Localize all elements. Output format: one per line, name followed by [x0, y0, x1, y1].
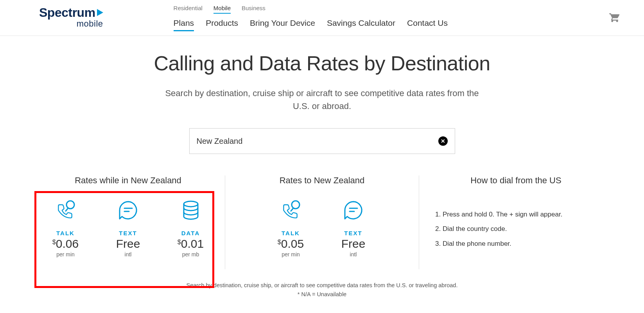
- cart-button[interactable]: [609, 11, 621, 25]
- col2-items: TALK $ 0.05 per min TEXT Free intl: [237, 199, 407, 258]
- rate-item-talk: TALK $ 0.06 per min: [46, 199, 85, 258]
- page-subtitle: Search by destination, cruise ship or ai…: [162, 87, 483, 113]
- play-icon: [97, 9, 103, 16]
- brand-sub: mobile: [77, 19, 103, 29]
- svg-point-1: [66, 201, 74, 209]
- main-nav-savings-calculator[interactable]: Savings Calculator: [327, 18, 395, 31]
- rate-unit: per min: [56, 251, 75, 258]
- close-icon: ✕: [441, 138, 445, 144]
- col-rates-to: Rates to New Zealand TALK $ 0.05 per min…: [225, 175, 419, 269]
- rate-price: $ 0.05: [278, 237, 304, 250]
- dial-step-3: Dial the phone number.: [443, 236, 589, 251]
- main-nav-contact-us[interactable]: Contact Us: [407, 18, 448, 31]
- rate-label: TALK: [282, 230, 300, 236]
- top-nav-mobile[interactable]: Mobile: [213, 5, 231, 14]
- svg-point-4: [184, 201, 198, 207]
- main-nav-products[interactable]: Products: [206, 18, 238, 31]
- hero: Calling and Data Rates by Destination Se…: [0, 36, 644, 154]
- main-nav: PlansProductsBring Your DeviceSavings Ca…: [174, 18, 448, 31]
- page-title: Calling and Data Rates by Destination: [0, 52, 644, 75]
- svg-marker-0: [97, 9, 103, 16]
- rate-item-text: TEXT Free intl: [109, 199, 148, 258]
- col2-title: Rates to New Zealand: [237, 175, 407, 186]
- rate-label: TALK: [56, 230, 75, 236]
- dial-steps: Press and hold 0. The + sign will appear…: [431, 199, 601, 251]
- col3-title: How to dial from the US: [431, 175, 601, 186]
- rate-unit: per min: [282, 251, 300, 258]
- top-nav: ResidentialMobileBusiness: [174, 5, 448, 14]
- rate-price: Free: [116, 237, 140, 250]
- price-value: Free: [116, 237, 140, 250]
- main-nav-bring-your-device[interactable]: Bring Your Device: [250, 18, 315, 31]
- rates-grid: Rates while in New Zealand TALK $ 0.06 p…: [0, 175, 644, 269]
- cart-icon: [609, 11, 621, 23]
- talk-icon: [55, 199, 77, 221]
- rate-label: DATA: [181, 230, 200, 236]
- talk-icon: [280, 199, 302, 221]
- footer-notes: Search by destination, cruise ship, or a…: [0, 281, 644, 299]
- price-value: 0.05: [281, 237, 304, 250]
- rate-price: $ 0.06: [52, 237, 79, 250]
- main-nav-plans[interactable]: Plans: [174, 18, 194, 31]
- price-value: 0.06: [56, 237, 79, 250]
- currency-symbol: $: [178, 239, 181, 246]
- clear-search-button[interactable]: ✕: [438, 136, 448, 146]
- footer-line1: Search by destination, cruise ship, or a…: [0, 281, 644, 290]
- rate-item-text: TEXT Free intl: [334, 199, 373, 258]
- col-rates-in: Rates while in New Zealand TALK $ 0.06 p…: [31, 175, 225, 269]
- col1-title: Rates while in New Zealand: [43, 175, 213, 186]
- svg-point-5: [292, 201, 300, 209]
- price-value: 0.01: [181, 237, 204, 250]
- dial-step-2: Dial the country code.: [443, 222, 589, 236]
- brand-logo[interactable]: Spectrum mobile: [39, 6, 103, 29]
- dial-step-1: Press and hold 0. The + sign will appear…: [443, 207, 589, 222]
- top-nav-business[interactable]: Business: [242, 5, 265, 14]
- currency-symbol: $: [278, 239, 281, 246]
- rate-unit: intl: [350, 251, 357, 258]
- col1-items: TALK $ 0.06 per min TEXT Free intl DATA: [43, 199, 213, 258]
- text-icon: [343, 199, 364, 221]
- site-header: Spectrum mobile ResidentialMobileBusines…: [0, 0, 644, 36]
- rate-unit: per mb: [182, 251, 199, 258]
- price-value: Free: [341, 237, 366, 250]
- footer-line2: * N/A = Unavailable: [0, 290, 644, 299]
- top-nav-residential[interactable]: Residential: [174, 5, 203, 14]
- rate-price: $ 0.01: [178, 237, 204, 250]
- nav-stack: ResidentialMobileBusiness PlansProductsB…: [174, 5, 448, 31]
- brand-name: Spectrum: [39, 6, 95, 19]
- text-icon: [117, 199, 139, 221]
- data-icon: [180, 199, 202, 221]
- rate-price: Free: [341, 237, 366, 250]
- rate-label: TEXT: [119, 230, 137, 236]
- col-how-to-dial: How to dial from the US Press and hold 0…: [419, 175, 613, 269]
- rate-item-data: DATA $ 0.01 per mb: [171, 199, 210, 258]
- search-input[interactable]: [197, 137, 438, 146]
- rate-label: TEXT: [344, 230, 362, 236]
- currency-symbol: $: [52, 239, 56, 246]
- rate-item-talk: TALK $ 0.05 per min: [271, 199, 310, 258]
- rate-unit: intl: [125, 251, 132, 258]
- search-box: ✕: [189, 128, 455, 154]
